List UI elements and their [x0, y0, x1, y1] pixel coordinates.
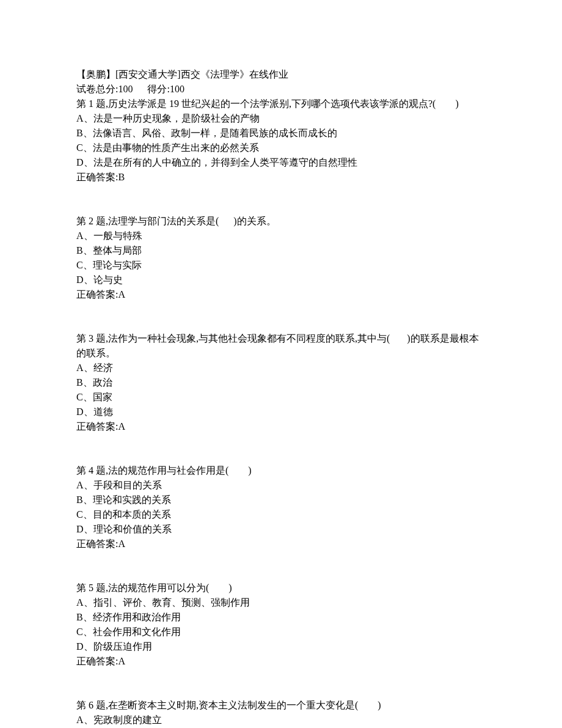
question-option: D、论与史 — [76, 273, 486, 287]
question-block: 第 4 题,法的规范作用与社会作用是( )A、手段和目的关系B、理论和实践的关系… — [76, 463, 486, 551]
question-option: C、法是由事物的性质产生出来的必然关系 — [76, 141, 486, 155]
question-option: B、法像语言、风俗、政制一样，是随着民族的成长而成长的 — [76, 126, 486, 141]
question-block: 第 6 题,在垄断资本主义时期,资本主义法制发生的一个重大变化是( )A、宪政制… — [76, 698, 486, 728]
question-option: A、宪政制度的建立 — [76, 713, 486, 727]
question-answer: 正确答案:A — [76, 654, 486, 669]
question-prompt: 第 5 题,法的规范作用可以分为( ) — [76, 581, 486, 595]
question-option: D、阶级压迫作用 — [76, 639, 486, 654]
question-block: 第 2 题,法理学与部门法的关系是( )的关系。A、一般与特殊B、整体与局部C、… — [76, 214, 486, 302]
question-prompt: 第 4 题,法的规范作用与社会作用是( ) — [76, 463, 486, 478]
question-answer: 正确答案:A — [76, 287, 486, 302]
question-option: C、国家 — [76, 390, 486, 405]
question-option: D、法是在所有的人中确立的，并得到全人类平等遵守的自然理性 — [76, 155, 486, 170]
question-prompt: 第 1 题,历史法学派是 19 世纪兴起的一个法学派别,下列哪个选项代表该学派的… — [76, 97, 486, 111]
question-option: C、社会作用和文化作用 — [76, 625, 486, 639]
question-prompt: 第 6 题,在垄断资本主义时期,资本主义法制发生的一个重大变化是( ) — [76, 698, 486, 713]
question-prompt: 第 2 题,法理学与部门法的关系是( )的关系。 — [76, 214, 486, 229]
question-answer: 正确答案:A — [76, 537, 486, 551]
question-option: A、一般与特殊 — [76, 229, 486, 243]
question-option: B、整体与局部 — [76, 243, 486, 258]
question-option: B、政治 — [76, 375, 486, 390]
question-option: B、经济作用和政治作用 — [76, 610, 486, 625]
question-block: 第 3 题,法作为一种社会现象,与其他社会现象都有不同程度的联系,其中与( )的… — [76, 331, 486, 434]
question-option: C、理论与实际 — [76, 258, 486, 273]
question-option: A、指引、评价、教育、预测、强制作用 — [76, 595, 486, 610]
question-answer: 正确答案:A — [76, 419, 486, 434]
question-block: 第 5 题,法的规范作用可以分为( )A、指引、评价、教育、预测、强制作用B、经… — [76, 581, 486, 669]
question-option: A、手段和目的关系 — [76, 478, 486, 493]
question-option: A、经济 — [76, 361, 486, 375]
question-prompt: 第 3 题,法作为一种社会现象,与其他社会现象都有不同程度的联系,其中与( )的… — [76, 331, 486, 361]
question-option: A、法是一种历史现象，是阶级社会的产物 — [76, 111, 486, 126]
document-header: 【奥鹏】[西安交通大学]西交《法理学》在线作业 试卷总分:100 得分:100 — [76, 67, 486, 97]
score-line: 试卷总分:100 得分:100 — [76, 82, 486, 97]
questions-container: 第 1 题,历史法学派是 19 世纪兴起的一个法学派别,下列哪个选项代表该学派的… — [76, 97, 486, 728]
question-option: B、理论和实践的关系 — [76, 493, 486, 507]
question-answer: 正确答案:B — [76, 170, 486, 185]
question-block: 第 1 题,历史法学派是 19 世纪兴起的一个法学派别,下列哪个选项代表该学派的… — [76, 97, 486, 185]
question-option: C、目的和本质的关系 — [76, 507, 486, 522]
question-option: D、道德 — [76, 405, 486, 419]
question-option: D、理论和价值的关系 — [76, 522, 486, 537]
document-title: 【奥鹏】[西安交通大学]西交《法理学》在线作业 — [76, 67, 486, 82]
